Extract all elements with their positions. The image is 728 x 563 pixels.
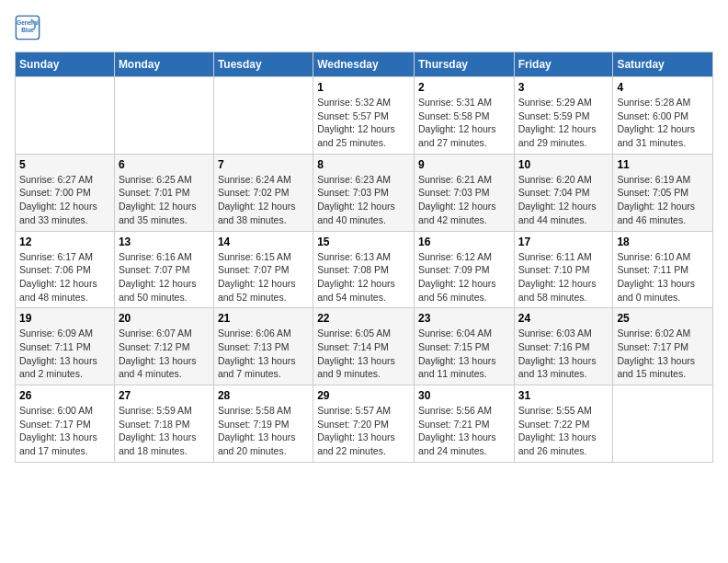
day-number: 22 (317, 312, 410, 325)
calendar-cell: 30Sunrise: 5:56 AM Sunset: 7:21 PM Dayli… (414, 385, 514, 463)
calendar-cell: 7Sunrise: 6:24 AM Sunset: 7:02 PM Daylig… (213, 154, 313, 231)
calendar-cell: 1Sunrise: 5:32 AM Sunset: 5:57 PM Daylig… (313, 77, 415, 155)
weekday-header-sunday: Sunday (16, 52, 115, 77)
calendar-cell: 15Sunrise: 6:13 AM Sunset: 7:08 PM Dayli… (313, 231, 415, 308)
calendar-cell: 16Sunrise: 6:12 AM Sunset: 7:09 PM Dayli… (414, 231, 514, 308)
day-info: Sunrise: 5:32 AM Sunset: 5:57 PM Dayligh… (317, 96, 410, 150)
calendar-cell: 22Sunrise: 6:05 AM Sunset: 7:14 PM Dayli… (313, 308, 415, 385)
calendar-cell: 4Sunrise: 5:28 AM Sunset: 6:00 PM Daylig… (613, 77, 713, 155)
calendar-cell: 11Sunrise: 6:19 AM Sunset: 7:05 PM Dayli… (613, 154, 713, 231)
day-info: Sunrise: 6:13 AM Sunset: 7:08 PM Dayligh… (317, 250, 410, 304)
day-number: 16 (418, 236, 510, 248)
day-number: 4 (617, 81, 709, 94)
calendar-cell (613, 385, 713, 463)
logo: General Blue (15, 15, 44, 40)
weekday-header-wednesday: Wednesday (313, 52, 415, 77)
day-number: 7 (218, 158, 309, 171)
day-info: Sunrise: 6:06 AM Sunset: 7:13 PM Dayligh… (218, 327, 309, 381)
logo-icon: General Blue (15, 15, 40, 40)
calendar-cell: 5Sunrise: 6:27 AM Sunset: 7:00 PM Daylig… (16, 154, 115, 231)
day-number: 28 (218, 389, 309, 402)
day-info: Sunrise: 6:16 AM Sunset: 7:07 PM Dayligh… (119, 250, 210, 304)
day-number: 5 (19, 158, 110, 171)
calendar-cell: 25Sunrise: 6:02 AM Sunset: 7:17 PM Dayli… (613, 308, 713, 385)
day-info: Sunrise: 6:25 AM Sunset: 7:01 PM Dayligh… (119, 173, 210, 227)
calendar-cell: 17Sunrise: 6:11 AM Sunset: 7:10 PM Dayli… (514, 231, 613, 308)
calendar-cell: 28Sunrise: 5:58 AM Sunset: 7:19 PM Dayli… (213, 385, 313, 463)
calendar-cell: 21Sunrise: 6:06 AM Sunset: 7:13 PM Dayli… (213, 308, 313, 385)
day-info: Sunrise: 5:58 AM Sunset: 7:19 PM Dayligh… (218, 404, 309, 458)
weekday-header-monday: Monday (114, 52, 213, 77)
day-info: Sunrise: 6:09 AM Sunset: 7:11 PM Dayligh… (19, 327, 110, 381)
weekday-header-friday: Friday (514, 52, 613, 77)
calendar-cell: 24Sunrise: 6:03 AM Sunset: 7:16 PM Dayli… (514, 308, 613, 385)
day-info: Sunrise: 5:28 AM Sunset: 6:00 PM Dayligh… (617, 96, 709, 150)
svg-text:Blue: Blue (21, 27, 34, 33)
day-info: Sunrise: 6:19 AM Sunset: 7:05 PM Dayligh… (617, 173, 709, 227)
weekday-header-saturday: Saturday (613, 52, 713, 77)
calendar-cell: 2Sunrise: 5:31 AM Sunset: 5:58 PM Daylig… (414, 77, 514, 155)
day-info: Sunrise: 6:07 AM Sunset: 7:12 PM Dayligh… (119, 327, 210, 381)
weekday-header-tuesday: Tuesday (213, 52, 313, 77)
calendar-cell: 29Sunrise: 5:57 AM Sunset: 7:20 PM Dayli… (313, 385, 415, 463)
calendar-cell: 10Sunrise: 6:20 AM Sunset: 7:04 PM Dayli… (514, 154, 613, 231)
day-info: Sunrise: 6:04 AM Sunset: 7:15 PM Dayligh… (418, 327, 510, 381)
calendar-cell: 3Sunrise: 5:29 AM Sunset: 5:59 PM Daylig… (514, 77, 613, 155)
day-number: 18 (617, 236, 709, 248)
day-info: Sunrise: 5:29 AM Sunset: 5:59 PM Dayligh… (518, 96, 609, 150)
day-info: Sunrise: 6:12 AM Sunset: 7:09 PM Dayligh… (418, 250, 510, 304)
calendar-table: SundayMondayTuesdayWednesdayThursdayFrid… (15, 52, 713, 463)
calendar-cell: 19Sunrise: 6:09 AM Sunset: 7:11 PM Dayli… (16, 308, 115, 385)
day-number: 26 (19, 389, 110, 402)
calendar-cell: 23Sunrise: 6:04 AM Sunset: 7:15 PM Dayli… (414, 308, 514, 385)
day-info: Sunrise: 6:05 AM Sunset: 7:14 PM Dayligh… (317, 327, 410, 381)
day-info: Sunrise: 5:56 AM Sunset: 7:21 PM Dayligh… (418, 404, 510, 458)
day-info: Sunrise: 6:20 AM Sunset: 7:04 PM Dayligh… (518, 173, 609, 227)
day-info: Sunrise: 6:24 AM Sunset: 7:02 PM Dayligh… (218, 173, 309, 227)
calendar-cell: 13Sunrise: 6:16 AM Sunset: 7:07 PM Dayli… (114, 231, 213, 308)
day-number: 15 (317, 236, 410, 248)
day-info: Sunrise: 5:57 AM Sunset: 7:20 PM Dayligh… (317, 404, 410, 458)
weekday-header-thursday: Thursday (414, 52, 514, 77)
day-number: 2 (418, 81, 510, 94)
day-number: 24 (518, 312, 609, 325)
calendar-cell (213, 77, 313, 155)
day-number: 12 (19, 236, 110, 248)
day-info: Sunrise: 6:21 AM Sunset: 7:03 PM Dayligh… (418, 173, 510, 227)
calendar-cell: 12Sunrise: 6:17 AM Sunset: 7:06 PM Dayli… (16, 231, 115, 308)
calendar-cell: 20Sunrise: 6:07 AM Sunset: 7:12 PM Dayli… (114, 308, 213, 385)
calendar-cell: 6Sunrise: 6:25 AM Sunset: 7:01 PM Daylig… (114, 154, 213, 231)
day-info: Sunrise: 6:10 AM Sunset: 7:11 PM Dayligh… (617, 250, 709, 304)
day-number: 10 (518, 158, 609, 171)
day-info: Sunrise: 6:27 AM Sunset: 7:00 PM Dayligh… (19, 173, 110, 227)
day-number: 13 (119, 236, 210, 248)
calendar-cell: 8Sunrise: 6:23 AM Sunset: 7:03 PM Daylig… (313, 154, 415, 231)
calendar-cell: 18Sunrise: 6:10 AM Sunset: 7:11 PM Dayli… (613, 231, 713, 308)
day-number: 8 (317, 158, 410, 171)
day-number: 29 (317, 389, 410, 402)
day-number: 20 (119, 312, 210, 325)
day-number: 9 (418, 158, 510, 171)
day-number: 21 (218, 312, 309, 325)
day-info: Sunrise: 6:02 AM Sunset: 7:17 PM Dayligh… (617, 327, 709, 381)
day-info: Sunrise: 6:15 AM Sunset: 7:07 PM Dayligh… (218, 250, 309, 304)
day-info: Sunrise: 5:59 AM Sunset: 7:18 PM Dayligh… (119, 404, 210, 458)
calendar-cell: 31Sunrise: 5:55 AM Sunset: 7:22 PM Dayli… (514, 385, 613, 463)
day-number: 31 (518, 389, 609, 402)
day-info: Sunrise: 6:11 AM Sunset: 7:10 PM Dayligh… (518, 250, 609, 304)
day-number: 1 (317, 81, 410, 94)
day-number: 14 (218, 236, 309, 248)
day-number: 19 (19, 312, 110, 325)
calendar-cell: 26Sunrise: 6:00 AM Sunset: 7:17 PM Dayli… (16, 385, 115, 463)
day-info: Sunrise: 6:00 AM Sunset: 7:17 PM Dayligh… (19, 404, 110, 458)
day-number: 27 (119, 389, 210, 402)
day-info: Sunrise: 6:23 AM Sunset: 7:03 PM Dayligh… (317, 173, 410, 227)
calendar-cell (16, 77, 115, 155)
day-info: Sunrise: 6:03 AM Sunset: 7:16 PM Dayligh… (518, 327, 609, 381)
day-number: 11 (617, 158, 709, 171)
day-info: Sunrise: 5:31 AM Sunset: 5:58 PM Dayligh… (418, 96, 510, 150)
day-number: 23 (418, 312, 510, 325)
day-number: 17 (518, 236, 609, 248)
day-number: 3 (518, 81, 609, 94)
calendar-cell (114, 77, 213, 155)
